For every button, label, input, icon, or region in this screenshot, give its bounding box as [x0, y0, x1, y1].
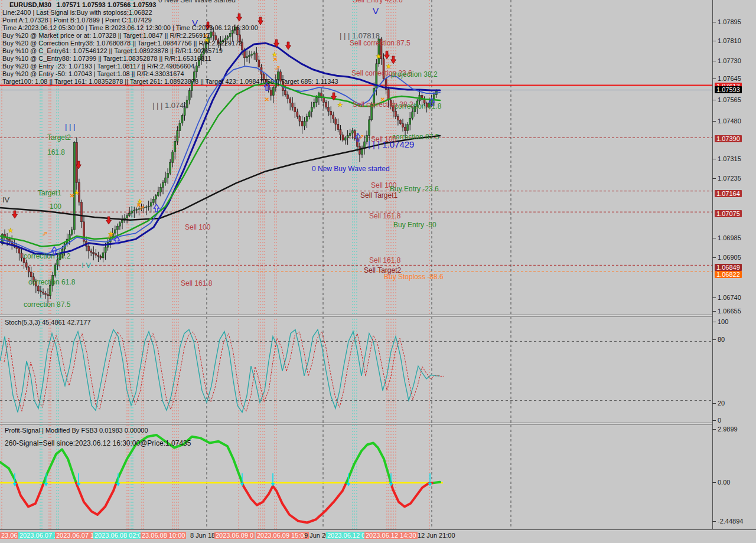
candle-up	[193, 72, 195, 81]
axis-tick	[712, 121, 716, 122]
candle-up	[347, 136, 348, 138]
profit-curve-positive	[434, 482, 440, 483]
candle-up	[133, 210, 135, 211]
axis-label: 1.07645	[718, 75, 741, 82]
axis-tick	[712, 61, 716, 61]
chart-annotation: V	[373, 6, 379, 16]
profit-curve-negative	[76, 483, 116, 515]
axis-tick	[712, 482, 716, 483]
candle-down	[285, 91, 286, 95]
stochastic-panel[interactable]: Stoch(5,3,3) 45.4861 42.7177	[0, 317, 712, 423]
axis-label: 1.07480	[718, 117, 741, 125]
main-price-panel[interactable]: ★★★★★★★★★✕✕✕✕✕✕⇗⇗⇗⇗⇗ 0 New Sell Wave sta…	[0, 0, 712, 315]
axis-label: 100	[718, 318, 728, 325]
candle-down	[37, 286, 39, 291]
axis-label: 1.06985	[718, 234, 741, 241]
chart-annotation: Sell 161.8	[181, 279, 212, 287]
orange-x-icon: ✕	[70, 192, 74, 199]
candle-down	[30, 272, 32, 277]
time-axis-label: 2023.06.08 02:00	[93, 532, 146, 539]
candle-down	[405, 127, 406, 131]
red-down-arrow-icon	[384, 51, 390, 59]
candle-down	[239, 35, 240, 42]
axis-label: -2.44894	[718, 518, 743, 525]
candle-down	[28, 267, 30, 272]
chart-annotation: correction 38.2	[24, 252, 70, 260]
stochastic-label: Stoch(5,3,3) 45.4861 42.7177	[5, 319, 91, 326]
candle-down	[397, 117, 399, 120]
candle-up	[181, 116, 183, 123]
candle-down	[337, 125, 339, 130]
candle-up	[234, 27, 236, 30]
red-down-arrow-icon	[286, 42, 291, 50]
candle-down	[100, 257, 102, 258]
candle-up	[152, 199, 154, 202]
profit-signal-title: Profit-Signal | Modified By FSB3 0.01983…	[5, 427, 148, 434]
candle-down	[402, 124, 404, 127]
candle-up	[313, 103, 315, 107]
axis-label: 1.06905	[718, 254, 741, 261]
time-axis[interactable]: 23.06.02023.06.07 12023.06.07 17:2023.06…	[0, 529, 756, 543]
candle-up	[200, 54, 202, 60]
candle-up	[150, 202, 152, 206]
price-axis[interactable]: 1.078951.078101.077301.076451.076131.075…	[712, 0, 756, 529]
yellow-star-icon: ★	[337, 101, 343, 108]
candle-up	[71, 230, 73, 234]
candle-down	[294, 107, 296, 112]
candle-up	[198, 60, 200, 66]
orange-x-icon: ✕	[203, 32, 208, 39]
axis-label: 1.07730	[718, 57, 741, 64]
candle-down	[213, 32, 214, 36]
candle-up	[249, 55, 250, 57]
price-level-badge: 1.06849	[715, 264, 742, 271]
candle-up	[179, 123, 181, 131]
candle-up	[174, 141, 176, 152]
time-axis-label: 2023.06.12 06	[326, 532, 370, 539]
candle-up	[272, 87, 274, 95]
candle-up	[145, 207, 147, 207]
orange-arrow-icon: ⇗	[275, 64, 281, 72]
candle-up	[224, 38, 226, 40]
axis-label: 0.00	[718, 479, 730, 486]
candle-up	[69, 234, 70, 239]
profit-curve-negative	[16, 483, 44, 507]
profit-signal-status: 260-Signal=Sell since:2023.06.12 16:30:0…	[5, 439, 191, 447]
chart-annotation: Sell correction 87.5	[350, 39, 410, 47]
candle-up	[167, 173, 169, 178]
candle-down	[299, 117, 301, 122]
candle-down	[333, 115, 334, 119]
candle-up	[191, 81, 193, 91]
profit-curve-negative	[242, 483, 346, 523]
candle-up	[195, 66, 197, 72]
candle-up	[50, 286, 51, 296]
axis-label: 1.07235	[718, 175, 741, 182]
candle-up	[251, 54, 253, 55]
candle-up	[172, 152, 174, 162]
candle-up	[222, 40, 224, 42]
candle-up	[177, 131, 178, 142]
candle-up	[210, 32, 212, 37]
axis-tick	[712, 311, 716, 312]
candle-up	[188, 91, 190, 100]
candle-up	[304, 122, 305, 126]
chart-annotation: 100	[50, 202, 61, 211]
yellow-star-icon: ★	[376, 53, 382, 60]
price-level-badge: 1.07164	[715, 190, 742, 197]
stochastic-chart[interactable]	[0, 317, 712, 423]
axis-label: 1.07895	[718, 18, 741, 25]
candle-up	[220, 42, 221, 44]
candle-down	[40, 291, 41, 292]
orange-arrow-icon: ⇗	[139, 204, 145, 212]
axis-label: 1.07565	[718, 96, 741, 103]
candle-up	[412, 112, 413, 119]
candle-down	[217, 40, 219, 44]
candle-down	[97, 255, 99, 256]
profit-signal-panel[interactable]: Profit-Signal | Modified By FSB3 0.01983…	[0, 425, 712, 529]
chart-annotation: Target1	[38, 189, 61, 197]
candle-up	[73, 142, 75, 230]
time-axis-label: 2023.06.07 1	[18, 532, 58, 539]
candle-down	[43, 292, 44, 293]
axis-tick	[712, 100, 716, 100]
candle-up	[409, 118, 411, 125]
candle-down	[47, 295, 49, 296]
